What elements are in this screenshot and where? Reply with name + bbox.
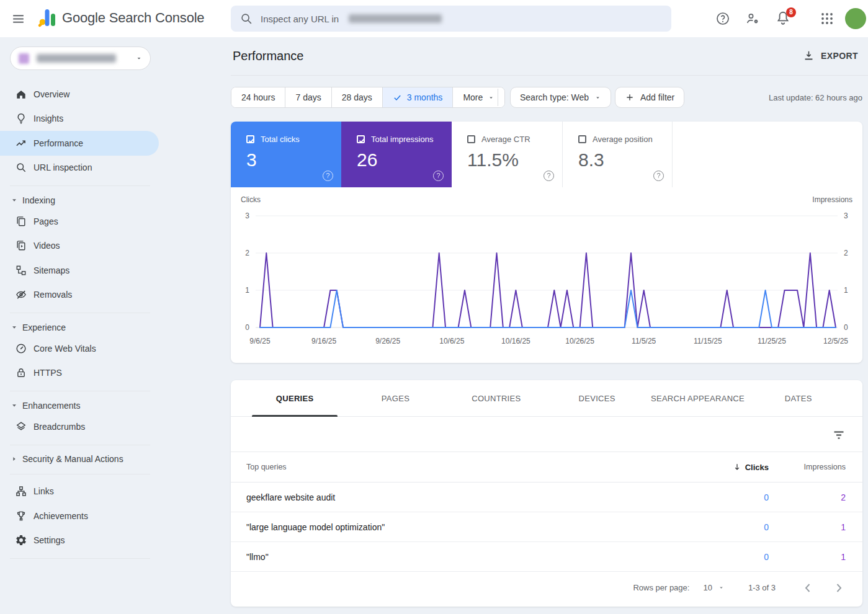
svg-text:10/16/25: 10/16/25 — [501, 337, 530, 345]
date-filter-7-days[interactable]: 7 days — [285, 87, 331, 107]
lock-icon — [15, 367, 27, 379]
previous-page-button[interactable] — [800, 581, 815, 595]
sidebar-item-performance[interactable]: Performance — [0, 131, 159, 156]
clicks-cell: 0 — [764, 552, 769, 562]
svg-text:11/5/25: 11/5/25 — [632, 337, 656, 345]
svg-text:1: 1 — [844, 286, 848, 295]
column-header-top-queries[interactable]: Top queries — [231, 463, 682, 471]
plus-icon — [625, 92, 635, 102]
checkbox-checked-icon[interactable] — [357, 135, 365, 143]
svg-text:12/5/25: 12/5/25 — [823, 337, 848, 345]
date-filter-3-months[interactable]: 3 months — [383, 87, 454, 107]
sidebar-item-videos[interactable]: Videos — [0, 234, 159, 259]
app-header: Google Search Console Inspect any URL in… — [0, 0, 868, 37]
rows-per-page-select[interactable]: 10 — [703, 583, 724, 592]
sidebar-section-enhancements[interactable]: Enhancements — [0, 396, 159, 414]
metric-tile-average-position[interactable]: Average position 8.3 ? — [562, 122, 673, 187]
date-filter-24-hours[interactable]: 24 hours — [231, 87, 285, 107]
tab-queries[interactable]: QUERIES — [244, 380, 345, 416]
speedometer-icon — [15, 342, 27, 355]
checkbox-empty-icon[interactable] — [578, 135, 586, 143]
date-filter-28-days[interactable]: 28 days — [332, 87, 383, 107]
next-page-button[interactable] — [831, 581, 846, 595]
tab-devices[interactable]: DEVICES — [547, 380, 647, 416]
checkbox-checked-icon[interactable] — [246, 135, 254, 143]
svg-text:10/6/25: 10/6/25 — [439, 337, 464, 345]
notification-badge: 8 — [786, 7, 796, 17]
date-range-segmented-control: 24 hours 7 days 28 days 3 months More — [231, 87, 505, 108]
caret-down-icon — [11, 197, 17, 203]
help-icon[interactable] — [715, 11, 730, 26]
tab-search-appearance[interactable]: SEARCH APPEARANCE — [647, 380, 748, 416]
export-button[interactable]: EXPORT — [803, 50, 858, 61]
tab-dates[interactable]: DATES — [748, 380, 849, 416]
help-icon[interactable]: ? — [433, 171, 444, 181]
metric-tile-total-impressions[interactable]: Total impressions 26 ? — [341, 122, 452, 187]
sidebar-item-settings[interactable]: Settings — [0, 528, 159, 553]
sidebar-item-https[interactable]: HTTPS — [0, 361, 159, 386]
notifications-bell[interactable]: 8 — [775, 10, 794, 29]
sidebar-item-removals[interactable]: Removals — [0, 283, 159, 308]
sidebar-divider — [10, 391, 150, 391]
tab-countries[interactable]: COUNTRIES — [446, 380, 547, 416]
sidebar-item-core-web-vitals[interactable]: Core Web Vitals — [0, 336, 159, 361]
tab-pages[interactable]: PAGES — [345, 380, 445, 416]
table-row[interactable]: "llmo" 0 1 — [231, 542, 862, 572]
performance-chart-card: Total clicks 3 ? Total impressions 26 ? … — [231, 122, 862, 363]
column-header-impressions[interactable]: Impressions — [769, 463, 862, 471]
apps-grid-icon[interactable] — [820, 11, 834, 26]
search-type-dropdown[interactable]: Search type: Web — [510, 87, 611, 108]
help-icon[interactable]: ? — [323, 171, 333, 181]
metric-tile-average-ctr[interactable]: Average CTR 11.5% ? — [452, 122, 562, 187]
sidebar-item-url-inspection[interactable]: URL inspection — [0, 156, 159, 180]
table-row[interactable]: "large language model optimization" 0 1 — [231, 512, 862, 542]
sidebar-item-breadcrumbs[interactable]: Breadcrumbs — [0, 414, 159, 439]
performance-trend-icon — [15, 137, 27, 149]
table-row[interactable]: geekflare website audit 0 2 — [231, 483, 862, 512]
checkbox-empty-icon[interactable] — [467, 135, 475, 143]
svg-text:9/26/25: 9/26/25 — [375, 337, 400, 345]
title-row: Performance EXPORT — [231, 37, 868, 76]
sidebar-section-indexing[interactable]: Indexing — [0, 191, 159, 209]
filter-row: 24 hours 7 days 28 days 3 months More Se… — [231, 76, 868, 122]
add-filter-button[interactable]: Add filter — [615, 87, 684, 108]
impressions-cell: 2 — [841, 492, 846, 502]
query-cell: geekflare website audit — [231, 492, 682, 502]
property-selector[interactable] — [10, 47, 151, 70]
sidebar-divider — [10, 445, 150, 445]
sidebar-item-achievements[interactable]: Achievements — [0, 504, 159, 528]
metric-tile-total-clicks[interactable]: Total clicks 3 ? — [231, 122, 341, 187]
caret-right-icon — [11, 456, 17, 462]
sidebar-item-sitemaps[interactable]: Sitemaps — [0, 258, 159, 283]
url-inspect-search-input[interactable]: Inspect any URL in — [231, 6, 671, 32]
sidebar-item-insights[interactable]: Insights — [0, 107, 159, 131]
date-filter-more[interactable]: More — [453, 87, 504, 107]
sidebar-item-overview[interactable]: Overview — [0, 82, 159, 107]
clicks-cell: 0 — [764, 522, 769, 532]
clicks-cell: 0 — [764, 492, 769, 502]
caret-down-icon — [594, 94, 601, 101]
impressions-cell: 1 — [841, 522, 846, 532]
svg-text:3: 3 — [844, 211, 848, 220]
pages-icon — [15, 215, 27, 228]
svg-text:10/26/25: 10/26/25 — [565, 337, 594, 345]
column-header-clicks[interactable]: Clicks — [682, 463, 769, 472]
table-pagination: Rows per page: 10 1-3 of 3 — [231, 572, 862, 603]
clicks-impressions-line-chart: 00112233ClicksImpressions9/6/259/16/259/… — [231, 191, 862, 358]
sidebar-item-links[interactable]: Links — [0, 479, 159, 504]
impressions-cell: 1 — [841, 552, 846, 562]
sidebar-section-experience[interactable]: Experience — [0, 318, 159, 336]
sidebar: Overview Insights Performance URL inspec… — [0, 37, 231, 614]
sidebar-section-security-manual-actions[interactable]: Security & Manual Actions — [0, 450, 159, 468]
hamburger-menu-icon[interactable] — [11, 11, 26, 27]
sidebar-item-pages[interactable]: Pages — [0, 209, 159, 234]
filter-list-icon[interactable] — [831, 427, 846, 442]
account-avatar[interactable] — [845, 8, 866, 29]
help-icon[interactable]: ? — [544, 171, 554, 181]
svg-text:11/15/25: 11/15/25 — [694, 337, 722, 345]
help-icon[interactable]: ? — [653, 171, 664, 181]
last-update-text: Last update: 62 hours ago — [769, 93, 862, 102]
manage-accounts-icon[interactable] — [745, 11, 760, 26]
svg-text:Clicks: Clicks — [241, 195, 261, 204]
sitemap-tree-icon — [15, 264, 27, 277]
